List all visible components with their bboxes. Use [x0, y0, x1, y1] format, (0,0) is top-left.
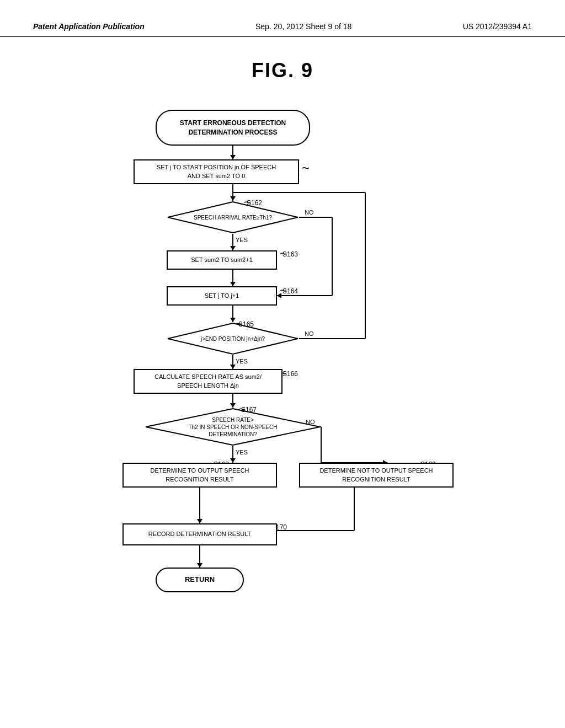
s167-node: SPEECH RATE> Th2 IN SPEECH OR NON-SPEECH…: [145, 408, 321, 446]
s161-step-indicator: 〜: [302, 164, 310, 174]
s163-wavy: 〜: [280, 249, 287, 259]
s170-node: RECORD DETERMINATION RESULT: [122, 523, 277, 545]
s163-node: SET sum2 TO sum2+1: [167, 250, 277, 270]
svg-marker-11: [230, 365, 236, 369]
publication-label: Patent Application Publication: [33, 22, 145, 31]
s162-yes-label: YES: [236, 237, 248, 243]
s166-node: CALCULATE SPEECH RATE AS sum2/ SPEECH LE…: [134, 369, 282, 394]
s164-node: SET j TO j+1: [167, 286, 277, 306]
flowchart-lines: [89, 99, 476, 700]
svg-marker-9: [230, 318, 236, 322]
s164-wavy: 〜: [280, 286, 287, 296]
s165-no-label: NO: [305, 330, 314, 337]
s162-no-label: NO: [305, 209, 314, 216]
svg-marker-15: [230, 458, 236, 463]
date-sheet-label: Sep. 20, 2012 Sheet 9 of 18: [255, 22, 351, 31]
svg-marker-7: [230, 282, 236, 286]
s167-no-label: NO: [306, 419, 315, 425]
s167-yes-label: YES: [236, 449, 248, 456]
s162-node: SPEECH ARRIVAL RATE≥Th1?: [167, 201, 299, 234]
s165-yes-label: YES: [236, 358, 248, 365]
patent-number-label: US 2012/239394 A1: [463, 22, 532, 31]
svg-marker-1: [230, 155, 236, 159]
s168-node: DETERMINE TO OUTPUT SPEECH RECOGNITION R…: [122, 463, 277, 488]
svg-marker-13: [230, 403, 236, 408]
header: Patent Application Publication Sep. 20, …: [0, 0, 565, 37]
svg-marker-17: [197, 519, 202, 523]
s161-node: SET j TO START POSITION jn OF SPEECH AND…: [134, 159, 299, 184]
start-node: START ERRONEOUS DETECTION DETERMINATION …: [156, 110, 310, 146]
return-node: RETURN: [156, 568, 244, 592]
s162-wavy: 〜: [244, 198, 251, 208]
svg-marker-21: [197, 563, 202, 568]
page: Patent Application Publication Sep. 20, …: [0, 0, 565, 728]
s165-wavy: 〜: [236, 319, 243, 329]
s167-wavy: 〜: [238, 405, 246, 415]
svg-marker-5: [230, 246, 236, 250]
figure-title: FIG. 9: [0, 59, 565, 82]
s169-node: DETERMINE NOT TO OUTPUT SPEECH RECOGNITI…: [299, 463, 454, 488]
svg-marker-3: [230, 196, 236, 201]
s165-node: j>END POSITION jn+Δjn?: [167, 322, 299, 355]
